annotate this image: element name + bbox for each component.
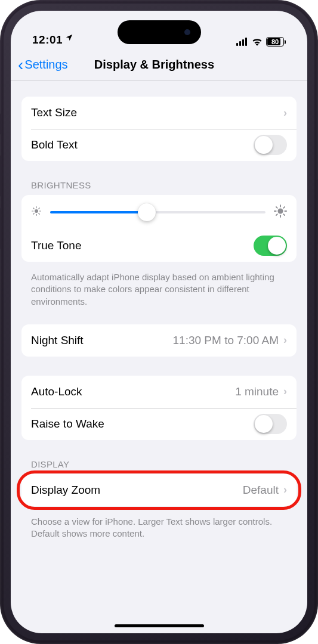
svg-line-16 (283, 207, 285, 208)
auto-lock-value: 1 minute (235, 385, 279, 398)
cellular-icon (236, 38, 248, 46)
brightness-slider[interactable] (50, 203, 265, 221)
chevron-right-icon: › (283, 484, 287, 496)
text-group: Text Size › Bold Text (21, 97, 297, 161)
brightness-slider-row (21, 195, 297, 230)
slider-thumb[interactable] (138, 203, 156, 221)
auto-lock-label: Auto-Lock (31, 385, 235, 398)
svg-point-9 (277, 208, 283, 213)
back-label: Settings (24, 58, 67, 72)
battery-pct: 80 (271, 38, 279, 45)
display-header: DISPLAY (21, 459, 297, 474)
bold-text-toggle[interactable] (254, 135, 287, 155)
bold-text-row[interactable]: Bold Text (21, 129, 297, 161)
night-shift-group: Night Shift 11:30 PM to 7:00 AM › (21, 324, 297, 357)
svg-line-17 (276, 214, 277, 215)
sun-small-icon (31, 206, 42, 219)
auto-lock-row[interactable]: Auto-Lock 1 minute › (21, 376, 297, 408)
svg-line-15 (283, 214, 285, 215)
battery-icon: 80 (266, 37, 286, 47)
phone-frame: 12:01 80 ‹ Settings Displa (0, 0, 318, 644)
lock-group: Auto-Lock 1 minute › Raise to Wake (21, 376, 297, 440)
bold-text-label: Bold Text (31, 138, 254, 151)
back-button[interactable]: ‹ Settings (11, 58, 68, 72)
svg-line-7 (39, 208, 40, 209)
home-indicator[interactable] (115, 624, 204, 627)
brightness-header: BRIGHTNESS (21, 180, 297, 195)
true-tone-row[interactable]: True Tone (21, 230, 297, 262)
volume-down-button (0, 208, 1, 249)
night-shift-value: 11:30 PM to 7:00 AM (173, 334, 279, 347)
raise-to-wake-toggle[interactable] (254, 414, 287, 434)
page-title: Display & Brightness (94, 58, 214, 72)
brightness-group: True Tone (21, 195, 297, 262)
chevron-right-icon: › (283, 107, 287, 119)
silence-switch (0, 113, 1, 135)
svg-line-6 (39, 213, 40, 215)
display-zoom-label: Display Zoom (31, 484, 243, 497)
svg-line-8 (33, 213, 35, 215)
volume-up-button (0, 155, 1, 197)
display-zoom-group: Display Zoom Default › (21, 474, 297, 506)
night-shift-row[interactable]: Night Shift 11:30 PM to 7:00 AM › (21, 324, 297, 357)
svg-line-5 (33, 208, 35, 209)
phone-screen: 12:01 80 ‹ Settings Displa (11, 11, 307, 633)
raise-to-wake-label: Raise to Wake (31, 417, 254, 431)
display-zoom-row[interactable]: Display Zoom Default › (21, 474, 297, 506)
svg-point-0 (35, 209, 38, 213)
nav-bar: ‹ Settings Display & Brightness (11, 49, 307, 81)
wifi-icon (252, 38, 263, 46)
status-time: 12:01 (32, 33, 63, 47)
chevron-right-icon: › (283, 334, 287, 346)
display-footer: Choose a view for iPhone. Larger Text sh… (21, 511, 297, 540)
location-icon (65, 33, 73, 44)
brightness-footer: Automatically adapt iPhone display based… (21, 267, 297, 308)
text-size-row[interactable]: Text Size › (21, 97, 297, 129)
true-tone-label: True Tone (31, 239, 254, 252)
text-size-label: Text Size (31, 106, 283, 119)
raise-to-wake-row[interactable]: Raise to Wake (21, 408, 297, 440)
display-zoom-highlight-wrap: Display Zoom Default › (21, 474, 297, 506)
svg-line-14 (276, 207, 277, 208)
settings-content[interactable]: Text Size › Bold Text BRIGHTNESS (11, 81, 307, 633)
chevron-right-icon: › (283, 385, 287, 398)
display-zoom-value: Default (243, 484, 279, 497)
dynamic-island (118, 20, 201, 44)
night-shift-label: Night Shift (31, 334, 173, 347)
sun-large-icon (274, 205, 287, 220)
true-tone-toggle[interactable] (254, 236, 287, 256)
